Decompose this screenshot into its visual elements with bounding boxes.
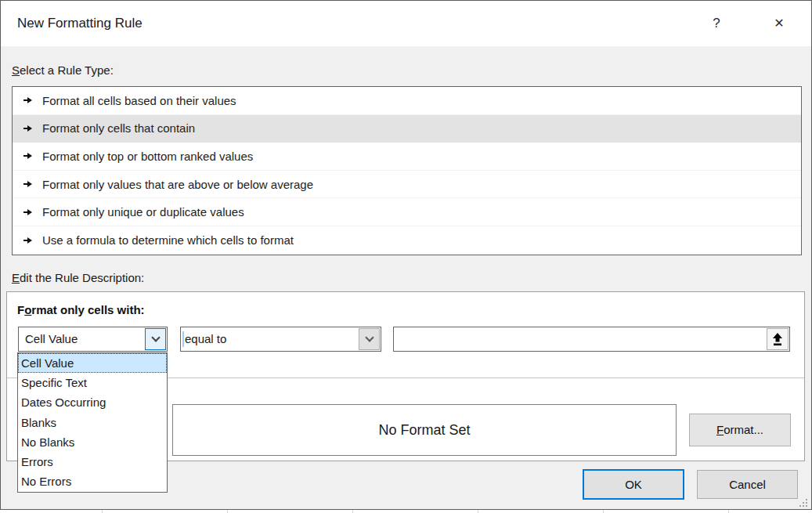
edit-rule-description-label: Edit the Rule Description: — [12, 271, 144, 284]
rule-type-item-all-cells[interactable]: Format all cells based on their values — [13, 87, 801, 115]
cell-value-combobox[interactable]: Cell Value — [18, 327, 168, 352]
cancel-button[interactable]: Cancel — [697, 470, 798, 499]
rule-type-label: Format only top or bottom ranked values — [42, 150, 253, 163]
select-rule-type-label: Select a Rule Type: — [12, 63, 114, 77]
dropdown-option-errors[interactable]: Errors — [18, 452, 167, 471]
resize-grip-icon[interactable] — [799, 499, 809, 508]
arrow-icon — [23, 209, 32, 215]
arrow-icon — [23, 237, 32, 244]
format-button[interactable]: Format... — [689, 414, 791, 446]
dropdown-option-specific-text[interactable]: Specific Text — [18, 373, 167, 392]
chevron-down-icon — [365, 333, 374, 341]
chevron-down-icon — [151, 333, 160, 341]
arrow-icon — [23, 97, 32, 103]
close-icon[interactable]: ✕ — [763, 1, 795, 46]
rule-type-label: Format only values that are above or bel… — [42, 178, 313, 191]
text-caret — [182, 331, 184, 347]
dropdown-button[interactable] — [145, 328, 166, 350]
rule-type-label: Format only cells that contain — [42, 121, 195, 135]
rule-type-item-above-below-average[interactable]: Format only values that are above or bel… — [13, 171, 801, 199]
cell-value-combobox-value: Cell Value — [25, 327, 78, 351]
format-preview: No Format Set — [172, 404, 677, 456]
rule-type-label: Format only unique or duplicate values — [42, 205, 244, 219]
rule-type-label: Use a formula to determine which cells t… — [42, 233, 294, 247]
rule-type-item-unique-duplicate[interactable]: Format only unique or duplicate values — [13, 198, 801, 226]
operator-combobox-value: equal to — [185, 327, 226, 351]
worksheet-behind — [0, 510, 812, 513]
value-field-wrapper — [393, 327, 790, 352]
rule-type-item-formula[interactable]: Use a formula to determine which cells t… — [13, 226, 801, 255]
dropdown-option-dates-occurring[interactable]: Dates Occurring — [18, 392, 167, 412]
dialog-title: New Formatting Rule — [17, 1, 143, 46]
operator-combobox[interactable]: equal to — [180, 327, 381, 352]
rule-type-item-top-bottom[interactable]: Format only top or bottom ranked values — [13, 143, 801, 171]
format-only-cells-with-label: Format only cells with: — [17, 303, 145, 316]
ok-button[interactable]: OK — [583, 469, 684, 500]
collapse-dialog-icon — [772, 333, 783, 346]
arrow-icon — [23, 125, 32, 132]
collapse-dialog-button[interactable] — [767, 328, 789, 350]
rule-type-item-cells-that-contain[interactable]: Format only cells that contain — [13, 115, 801, 143]
dropdown-button[interactable] — [359, 328, 380, 350]
title-bar: New Formatting Rule ? ✕ — [1, 1, 811, 46]
value-input[interactable] — [395, 328, 763, 350]
cell-value-dropdown-list: Cell Value Specific Text Dates Occurring… — [17, 352, 168, 493]
new-formatting-rule-dialog: New Formatting Rule ? ✕ Select a Rule Ty… — [0, 0, 812, 510]
dropdown-option-no-blanks[interactable]: No Blanks — [18, 432, 167, 452]
format-preview-text: No Format Set — [378, 422, 470, 439]
arrow-icon — [23, 181, 32, 187]
arrow-icon — [23, 153, 32, 159]
rule-type-label: Format all cells based on their values — [42, 94, 236, 107]
help-icon[interactable]: ? — [701, 1, 732, 46]
dropdown-option-cell-value[interactable]: Cell Value — [18, 353, 167, 373]
dropdown-option-no-errors[interactable]: No Errors — [18, 471, 167, 491]
dropdown-option-blanks[interactable]: Blanks — [18, 413, 167, 432]
rule-type-list: Format all cells based on their values F… — [12, 86, 802, 255]
